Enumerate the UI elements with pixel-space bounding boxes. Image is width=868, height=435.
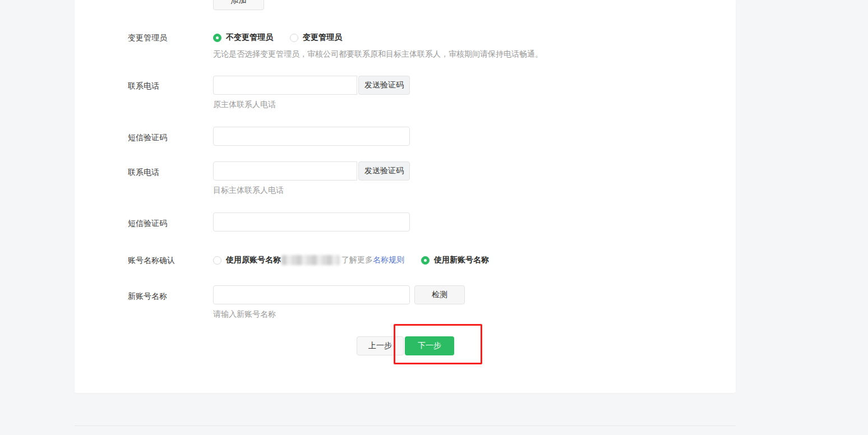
radio-unselected-icon xyxy=(290,34,298,42)
send-code-button-target[interactable]: 发送验证码 xyxy=(358,161,410,181)
phone-target-input[interactable] xyxy=(213,161,357,181)
form-panel: 添加 变更管理员 不变更管理员 变更管理员 无论是否选择变更管理员，审核公司都要… xyxy=(75,0,736,393)
phone-target-row: 发送验证码 xyxy=(213,161,410,181)
radio-use-old-name[interactable]: 使用原账号名称 xyxy=(213,255,281,265)
new-account-name-label: 新账号名称 xyxy=(128,291,167,300)
add-button[interactable]: 添加 xyxy=(213,0,264,10)
admin-change-label: 变更管理员 xyxy=(128,33,167,42)
page-divider xyxy=(75,425,736,426)
sms-target-input[interactable] xyxy=(213,212,410,232)
radio-use-new-name-label: 使用新账号名称 xyxy=(434,255,489,265)
next-step-button[interactable]: 下一步 xyxy=(405,336,454,355)
phone-target-label: 联系电话 xyxy=(128,168,159,177)
sms-original-row xyxy=(213,127,410,146)
new-account-name-hint: 请输入新账号名称 xyxy=(213,309,276,318)
sms-original-label: 短信验证码 xyxy=(128,133,167,142)
sms-target-label: 短信验证码 xyxy=(128,219,167,228)
radio-keep-admin[interactable]: 不变更管理员 xyxy=(213,33,273,43)
new-account-name-input[interactable] xyxy=(213,285,410,304)
radio-selected-icon xyxy=(213,34,221,42)
send-code-button-original[interactable]: 发送验证码 xyxy=(358,76,410,95)
phone-original-input[interactable] xyxy=(213,76,357,95)
phone-target-hint: 目标主体联系人电话 xyxy=(213,186,284,195)
phone-original-row: 发送验证码 xyxy=(213,76,410,95)
account-name-confirm-label: 账号名称确认 xyxy=(128,256,175,265)
prev-step-button[interactable]: 上一步 xyxy=(357,336,404,355)
radio-unselected-icon xyxy=(213,256,221,265)
page: { "colors": { "accent_green": "#2bbc64",… xyxy=(0,0,868,435)
form-actions: 上一步 下一步 xyxy=(357,336,454,355)
admin-change-note: 无论是否选择变更管理员，审核公司都要联系原和目标主体联系人，审核期间请保持电话畅… xyxy=(213,49,543,58)
new-account-name-row xyxy=(213,285,410,304)
check-name-button[interactable]: 检测 xyxy=(414,285,465,304)
phone-original-label: 联系电话 xyxy=(128,81,159,90)
radio-use-new-name[interactable]: 使用新账号名称 xyxy=(421,255,489,265)
radio-keep-admin-label: 不变更管理员 xyxy=(226,33,273,43)
name-rules-link[interactable]: 名称规则 xyxy=(373,255,404,265)
account-name-confirm-group: 使用原账号名称 了解更多 名称规则 使用新账号名称 xyxy=(213,255,489,265)
sms-target-row xyxy=(213,212,410,232)
admin-change-radio-group: 不变更管理员 变更管理员 xyxy=(213,33,342,43)
radio-change-admin-label: 变更管理员 xyxy=(303,33,342,43)
redacted-account-name xyxy=(281,255,340,265)
radio-use-old-name-label: 使用原账号名称 xyxy=(226,255,281,265)
radio-selected-icon xyxy=(421,256,430,265)
learn-more-text: 了解更多 xyxy=(341,255,373,265)
sms-original-input[interactable] xyxy=(213,127,410,146)
phone-original-hint: 原主体联系人电话 xyxy=(213,100,276,109)
radio-change-admin[interactable]: 变更管理员 xyxy=(290,33,342,43)
